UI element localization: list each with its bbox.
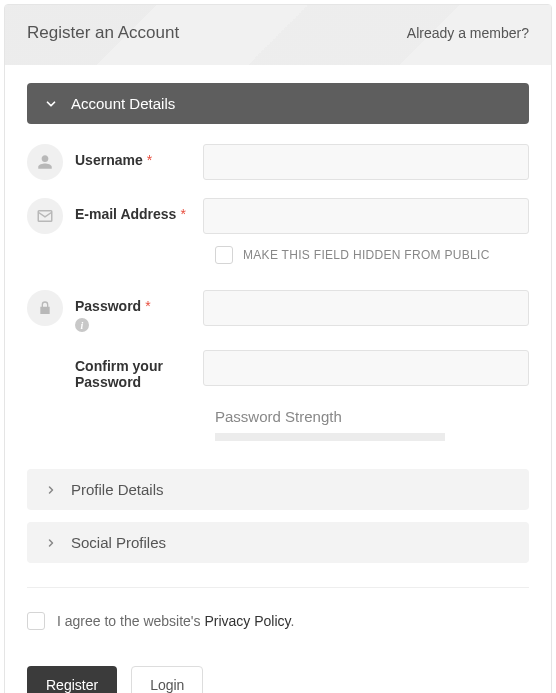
button-row: Register Login [27,666,529,693]
account-form: Username* E-mail Address* MAK [27,124,529,693]
privacy-policy-link[interactable]: Privacy Policy [204,613,290,629]
lock-icon [27,290,63,326]
envelope-icon [27,198,63,234]
agree-row: I agree to the website's Privacy Policy. [27,612,529,630]
user-icon [27,144,63,180]
password-label: Password* i [63,290,203,332]
info-icon[interactable]: i [75,318,89,332]
agree-text: I agree to the website's Privacy Policy. [57,613,294,629]
agree-checkbox[interactable] [27,612,45,630]
section-profile-label: Profile Details [71,481,164,498]
email-label: E-mail Address* [63,198,203,222]
password-strength-label: Password Strength [215,408,529,425]
password-row: Password* i [27,290,529,332]
section-social-label: Social Profiles [71,534,166,551]
section-account-label: Account Details [71,95,175,112]
confirm-password-label: Confirm your Password [63,350,203,390]
password-strength-bar [215,433,445,441]
page-title: Register an Account [27,23,179,43]
hidden-field-checkbox[interactable] [215,246,233,264]
email-input[interactable] [203,198,529,234]
card-header: Register an Account Already a member? [5,5,551,65]
card-body: Account Details Username* E-mail [5,65,551,693]
username-row: Username* [27,144,529,180]
chevron-right-icon [43,482,59,498]
hidden-field-row: MAKE THIS FIELD HIDDEN FROM PUBLIC [215,246,529,264]
confirm-password-row: Confirm your Password [27,350,529,390]
email-row: E-mail Address* [27,198,529,234]
divider [27,587,529,588]
register-card: Register an Account Already a member? Ac… [4,4,552,693]
username-label: Username* [63,144,203,168]
register-button[interactable]: Register [27,666,117,693]
password-input[interactable] [203,290,529,326]
already-member-link[interactable]: Already a member? [407,25,529,41]
section-account-details[interactable]: Account Details [27,83,529,124]
login-button[interactable]: Login [131,666,203,693]
chevron-right-icon [43,535,59,551]
section-profile-details[interactable]: Profile Details [27,469,529,510]
confirm-password-input[interactable] [203,350,529,386]
section-social-profiles[interactable]: Social Profiles [27,522,529,563]
username-input[interactable] [203,144,529,180]
chevron-down-icon [43,96,59,112]
hidden-field-label: MAKE THIS FIELD HIDDEN FROM PUBLIC [243,248,490,262]
